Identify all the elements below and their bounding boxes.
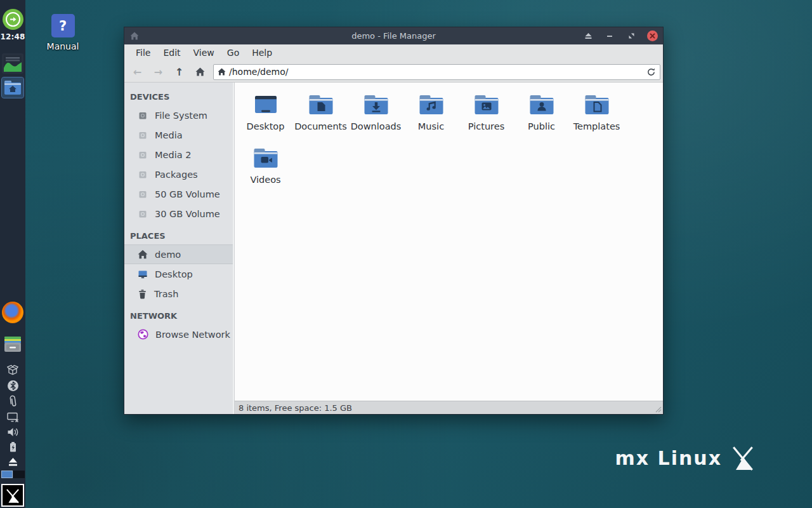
trash-icon bbox=[138, 289, 147, 299]
sidebar-item-label: Packages bbox=[155, 170, 198, 180]
reload-icon[interactable] bbox=[646, 67, 656, 77]
sidebar-item-label: File System bbox=[155, 110, 207, 121]
eject-icon[interactable] bbox=[7, 457, 19, 467]
folder-templates-icon bbox=[582, 90, 612, 120]
folder-public-icon bbox=[527, 90, 557, 120]
sidebar-item-packages[interactable]: Packages bbox=[124, 164, 233, 184]
menu-help[interactable]: Help bbox=[246, 44, 278, 62]
updates-icon[interactable] bbox=[3, 9, 23, 30]
home-icon bbox=[195, 67, 205, 76]
desktop-shortcut-manual[interactable]: ? Manual bbox=[44, 14, 81, 51]
file-item-videos[interactable]: Videos bbox=[238, 141, 293, 194]
panel-clock[interactable]: 12:48 bbox=[0, 32, 25, 41]
menu-edit[interactable]: Edit bbox=[157, 44, 187, 62]
sidebar-item-browse-network[interactable]: Browse Network bbox=[124, 324, 233, 344]
file-label: Videos bbox=[250, 175, 280, 185]
drive-icon bbox=[138, 150, 148, 160]
folder-downloads-icon bbox=[361, 90, 391, 120]
file-label: Desktop bbox=[247, 121, 285, 131]
status-bar: 8 items, Free space: 1.5 GB bbox=[235, 401, 663, 414]
battery-icon[interactable] bbox=[8, 441, 18, 453]
sidebar-item-label: 50 GB Volume bbox=[155, 189, 220, 199]
path-text[interactable]: /home/demo/ bbox=[229, 67, 646, 77]
taskbar-panel: 12:48 bbox=[0, 0, 25, 508]
bluetooth-icon[interactable] bbox=[7, 380, 19, 392]
file-label: Music bbox=[418, 121, 444, 131]
sidebar-item-media[interactable]: Media bbox=[124, 125, 233, 145]
close-button[interactable] bbox=[647, 30, 658, 41]
file-item-downloads[interactable]: Downloads bbox=[348, 88, 403, 141]
folder-videos-icon bbox=[251, 143, 281, 173]
paperclip-icon[interactable] bbox=[6, 394, 20, 409]
sidebar-item-trash[interactable]: Trash bbox=[124, 284, 233, 304]
sidebar-item-30gb-volume[interactable]: 30 GB Volume bbox=[124, 204, 233, 224]
maximize-icon bbox=[627, 32, 636, 40]
resize-grip-icon[interactable] bbox=[655, 406, 662, 413]
package-box-icon[interactable] bbox=[6, 364, 19, 377]
file-manager-window: demo - File Manager bbox=[124, 27, 664, 415]
menu-go[interactable]: Go bbox=[221, 44, 246, 62]
workspace-switcher[interactable] bbox=[1, 471, 25, 478]
path-bar[interactable]: /home/demo/ bbox=[213, 64, 660, 80]
display-icon[interactable] bbox=[6, 411, 20, 424]
back-button[interactable]: ← bbox=[127, 64, 148, 80]
sidebar-item-label: demo bbox=[155, 250, 181, 260]
package-installer-icon[interactable] bbox=[3, 334, 23, 354]
drive-icon bbox=[138, 170, 148, 180]
shade-button[interactable] bbox=[582, 30, 594, 42]
folder-documents-icon bbox=[306, 90, 336, 120]
sidebar-item-demo[interactable]: demo bbox=[124, 244, 233, 264]
firefox-icon[interactable] bbox=[2, 302, 23, 323]
desktop-icon bbox=[138, 269, 148, 279]
file-view[interactable]: Desktop Documents bbox=[235, 83, 663, 401]
question-mark-icon: ? bbox=[51, 14, 75, 37]
file-manager-launcher[interactable] bbox=[2, 77, 23, 98]
maximize-button[interactable] bbox=[625, 30, 637, 42]
file-label: Public bbox=[528, 121, 555, 131]
sidebar-item-50gb-volume[interactable]: 50 GB Volume bbox=[124, 184, 233, 204]
drive-icon bbox=[138, 110, 148, 121]
mx-linux-wordmark: mx Linux bbox=[615, 447, 722, 469]
file-item-templates[interactable]: Templates bbox=[569, 88, 624, 141]
shade-icon bbox=[584, 32, 593, 40]
system-monitor-icon bbox=[4, 55, 22, 72]
toolbar: ← → ↑ /home/demo/ bbox=[124, 62, 663, 83]
sidebar-item-label: 30 GB Volume bbox=[155, 209, 220, 219]
file-item-documents[interactable]: Documents bbox=[293, 88, 348, 141]
workspace-1[interactable] bbox=[1, 471, 13, 478]
sidebar-item-file-system[interactable]: File System bbox=[124, 105, 233, 125]
mx-menu-button[interactable] bbox=[1, 484, 24, 507]
sidebar-item-label: Desktop bbox=[155, 269, 193, 279]
menu-view[interactable]: View bbox=[187, 44, 221, 62]
sidebar-item-label: Trash bbox=[154, 289, 178, 299]
file-label: Downloads bbox=[351, 121, 402, 131]
status-text: 8 items, Free space: 1.5 GB bbox=[239, 403, 352, 413]
forward-button[interactable]: → bbox=[148, 64, 169, 80]
sidebar-item-media-2[interactable]: Media 2 bbox=[124, 145, 233, 164]
file-item-music[interactable]: Music bbox=[403, 88, 459, 141]
file-item-desktop[interactable]: Desktop bbox=[238, 88, 293, 141]
sidebar-item-desktop[interactable]: Desktop bbox=[124, 264, 233, 284]
mx-logo-icon bbox=[4, 487, 21, 504]
home-icon bbox=[138, 250, 148, 259]
sidebar-item-label: Media 2 bbox=[155, 150, 191, 160]
workspace-2[interactable] bbox=[13, 471, 25, 478]
home-button[interactable] bbox=[190, 64, 211, 80]
file-item-public[interactable]: Public bbox=[514, 88, 569, 141]
mx-logo-icon bbox=[730, 444, 756, 471]
wallpaper-branding: mx Linux bbox=[615, 444, 756, 471]
volume-icon[interactable] bbox=[6, 426, 20, 438]
up-button[interactable]: ↑ bbox=[169, 64, 190, 80]
sidebar-item-label: Browse Network bbox=[155, 330, 230, 340]
system-monitor-launcher[interactable] bbox=[2, 53, 23, 74]
path-home-icon bbox=[218, 68, 226, 76]
folder-music-icon bbox=[416, 90, 447, 120]
file-label: Documents bbox=[294, 121, 347, 131]
sidebar-devices-header: DEVICES bbox=[124, 88, 233, 105]
titlebar[interactable]: demo - File Manager bbox=[124, 27, 663, 44]
file-manager-icon bbox=[4, 80, 22, 95]
menu-file[interactable]: File bbox=[129, 44, 157, 62]
file-item-pictures[interactable]: Pictures bbox=[459, 88, 514, 141]
folder-pictures-icon bbox=[471, 90, 502, 120]
minimize-button[interactable] bbox=[604, 30, 615, 42]
